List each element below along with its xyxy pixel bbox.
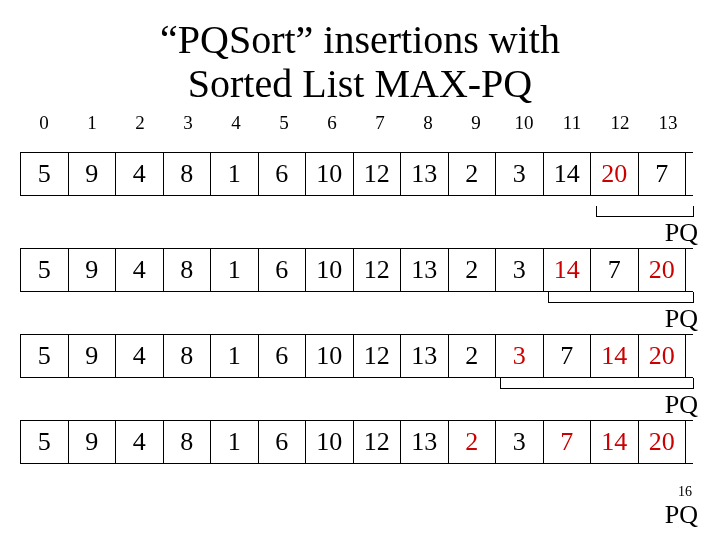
cell-0-1: 9 <box>69 153 117 195</box>
array-row-3: 5948161012132371420 <box>20 420 693 464</box>
index-13: 13 <box>644 112 692 134</box>
cell-3-9: 2 <box>449 421 497 463</box>
pq-label-2: PQ <box>665 304 698 334</box>
index-6: 6 <box>308 112 356 134</box>
pq-label-1: PQ <box>665 218 698 248</box>
cell-2-2: 4 <box>116 335 164 377</box>
cell-0-12: 20 <box>591 153 639 195</box>
cell-2-0: 5 <box>21 335 69 377</box>
array-row-1: 5948161012132314720 <box>20 248 693 292</box>
index-5: 5 <box>260 112 308 134</box>
cell-1-8: 13 <box>401 249 449 291</box>
index-row: 012345678910111213 <box>20 112 692 134</box>
slide-title: “PQSort” insertions with Sorted List MAX… <box>0 18 720 106</box>
cell-1-6: 10 <box>306 249 354 291</box>
cell-0-10: 3 <box>496 153 544 195</box>
cell-3-10: 3 <box>496 421 544 463</box>
index-8: 8 <box>404 112 452 134</box>
cell-3-3: 8 <box>164 421 212 463</box>
cell-2-4: 1 <box>211 335 259 377</box>
cell-2-12: 14 <box>591 335 639 377</box>
cell-0-6: 10 <box>306 153 354 195</box>
index-3: 3 <box>164 112 212 134</box>
cell-0-11: 14 <box>544 153 592 195</box>
cell-2-3: 8 <box>164 335 212 377</box>
index-7: 7 <box>356 112 404 134</box>
cell-1-13: 20 <box>639 249 687 291</box>
index-9: 9 <box>452 112 500 134</box>
cell-1-11: 14 <box>544 249 592 291</box>
cell-0-0: 5 <box>21 153 69 195</box>
cell-0-4: 1 <box>211 153 259 195</box>
cell-1-1: 9 <box>69 249 117 291</box>
cell-0-9: 2 <box>449 153 497 195</box>
cell-1-4: 1 <box>211 249 259 291</box>
pq-label-3: PQ <box>665 390 698 420</box>
index-4: 4 <box>212 112 260 134</box>
cell-2-5: 6 <box>259 335 307 377</box>
cell-3-6: 10 <box>306 421 354 463</box>
title-line-2: Sorted List MAX-PQ <box>188 61 532 106</box>
cell-1-10: 3 <box>496 249 544 291</box>
cell-2-13: 20 <box>639 335 687 377</box>
cell-2-1: 9 <box>69 335 117 377</box>
page-number: 16 <box>678 484 692 500</box>
cell-3-12: 14 <box>591 421 639 463</box>
index-12: 12 <box>596 112 644 134</box>
cell-2-8: 13 <box>401 335 449 377</box>
cell-1-5: 6 <box>259 249 307 291</box>
cell-0-8: 13 <box>401 153 449 195</box>
cell-0-7: 12 <box>354 153 402 195</box>
cell-3-2: 4 <box>116 421 164 463</box>
pq-label-4: PQ <box>665 500 698 530</box>
index-10: 10 <box>500 112 548 134</box>
array-row-2: 5948161012132371420 <box>20 334 693 378</box>
cell-1-0: 5 <box>21 249 69 291</box>
cell-1-9: 2 <box>449 249 497 291</box>
cell-1-7: 12 <box>354 249 402 291</box>
cell-1-12: 7 <box>591 249 639 291</box>
bracket-3 <box>500 378 694 389</box>
index-1: 1 <box>68 112 116 134</box>
cell-1-2: 4 <box>116 249 164 291</box>
cell-3-8: 13 <box>401 421 449 463</box>
cell-2-11: 7 <box>544 335 592 377</box>
cell-3-1: 9 <box>69 421 117 463</box>
cell-0-3: 8 <box>164 153 212 195</box>
cell-3-4: 1 <box>211 421 259 463</box>
cell-3-11: 7 <box>544 421 592 463</box>
bracket-1 <box>596 206 694 217</box>
cell-2-6: 10 <box>306 335 354 377</box>
bracket-2 <box>548 292 694 303</box>
index-2: 2 <box>116 112 164 134</box>
cell-3-7: 12 <box>354 421 402 463</box>
title-line-1: “PQSort” insertions with <box>160 17 560 62</box>
cell-2-7: 12 <box>354 335 402 377</box>
cell-3-0: 5 <box>21 421 69 463</box>
cell-3-13: 20 <box>639 421 687 463</box>
index-11: 11 <box>548 112 596 134</box>
cell-2-10: 3 <box>496 335 544 377</box>
cell-2-9: 2 <box>449 335 497 377</box>
cell-0-2: 4 <box>116 153 164 195</box>
index-0: 0 <box>20 112 68 134</box>
cell-0-5: 6 <box>259 153 307 195</box>
cell-0-13: 7 <box>639 153 687 195</box>
cell-3-5: 6 <box>259 421 307 463</box>
cell-1-3: 8 <box>164 249 212 291</box>
array-row-0: 5948161012132314207 <box>20 152 693 196</box>
